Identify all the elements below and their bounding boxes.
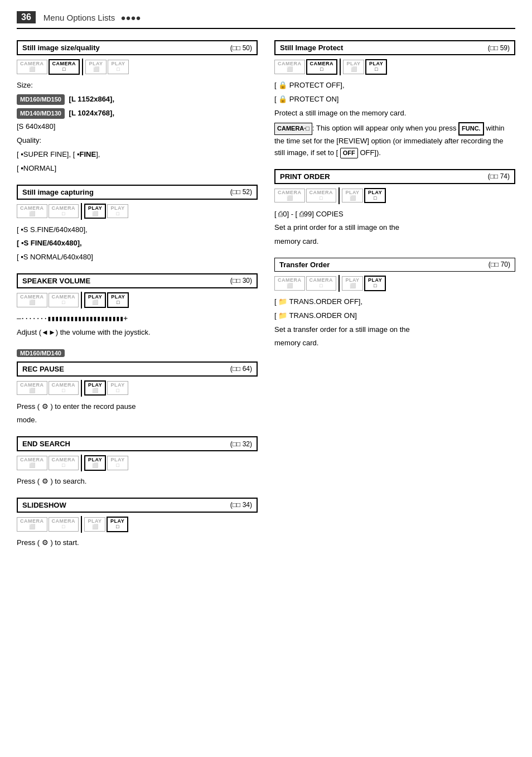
page-header: 36 Menu Options Lists ●●●● [17,11,515,29]
section-end-search: END SEARCH (□□ 32) CAMERA⬜ CAMERA□ PLAY⬜… [17,436,258,488]
right-column: Still Image Protect (□□ 59) CAMERA⬜ CAME… [274,40,515,559]
section-still-image-capturing: Still image capturing (□□ 52) CAMERA⬜ CA… [17,185,258,263]
mode-camera2: CAMERA□ [49,381,79,396]
mode-play2: PLAY□ [364,188,386,204]
mode-separator [338,187,340,204]
section-slideshow: SLIDESHOW (□□ 34) CAMERA⬜ CAMERA□ PLAY⬜ … [17,498,258,549]
section-title-transfer-order: Transfer Order (□□ 70) [274,258,515,272]
mode-play2: PLAY□ [365,59,387,75]
section-body: –·······▮▮▮▮▮▮▮▮▮▮▮▮▮▮▮▮▮▮▮▮+ Adjust (◄►… [17,313,258,339]
section-body: Press ( ⚙ ) to enter the record pause mo… [17,401,258,427]
mode-camera1: CAMERA⬜ [17,60,47,74]
section-speaker-volume: SPEAKER VOLUME (□□ 30) CAMERA⬜ CAMERA□ P… [17,273,258,339]
mode-play1: PLAY⬜ [84,292,106,308]
mode-play2: PLAY□ [107,517,128,532]
page-number: 36 [17,11,36,23]
section-body: [ 📁 TRANS.ORDER OFF], [ 📁 TRANS.ORDER ON… [274,296,515,349]
mode-camera2: CAMERA□ [49,456,79,470]
mode-camera2: CAMERA□ [306,276,337,291]
text-superfine: [ ▪SUPER FINE], [ ▪FINE], [17,149,258,161]
mode-camera2: CAMERA□ [49,517,79,532]
page-title: Menu Options Lists ●●●● [43,13,141,22]
section-body: Press ( ⚙ ) to start. [17,537,258,549]
text-rec-pause: Press ( ⚙ ) to enter the record pause [17,401,258,413]
section-label: END SEARCH [22,440,70,448]
section-ref: (□□ 70) [489,261,510,268]
mode-camera1: CAMERA⬜ [274,276,305,291]
model-badge-section: MD160/MD140 [17,349,258,359]
volume-bar: –·······▮▮▮▮▮▮▮▮▮▮▮▮▮▮▮▮▮▮▮▮+ [17,313,258,325]
text-normal: [ ▪NORMAL] [17,163,258,175]
mode-icons: CAMERA⬜ CAMERA□ PLAY⬜ PLAY□ [274,59,515,75]
section-title-still-image-size-quality: Still image size/quality (□□ 50) [17,40,258,55]
text-camera-note: CAMERA·□: This option will appear only w… [274,122,515,158]
section-body: Size: MD160/MD150 [L 1152x864], MD140/MD… [17,80,258,175]
badge-md140: MD140/MD130 [17,108,65,119]
mode-camera2: CAMERA□ [49,204,79,219]
mode-camera1: CAMERA⬜ [17,517,47,532]
section-title-capturing: Still image capturing (□□ 52) [17,185,258,200]
section-ref: (□□ 74) [488,172,510,180]
section-ref: (□□ 64) [230,365,252,373]
badge-md160: MD160/MD150 [17,94,65,105]
section-label: SPEAKER VOLUME [22,277,90,285]
text-rec-pause2: mode. [17,414,258,426]
text-protect-desc: Protect a still image on the memory card… [274,108,515,119]
mode-separator [81,516,82,533]
mode-icons: CAMERA⬜ CAMERA□ PLAY⬜ PLAY□ [17,292,258,308]
text-md140: MD140/MD130 [L 1024x768], [17,108,258,119]
section-label: PRINT ORDER [280,172,330,181]
left-column: Still image size/quality (□□ 50) CAMERA⬜… [17,40,258,559]
section-print-order: PRINT ORDER (□□ 74) CAMERA⬜ CAMERA□ PLAY… [274,169,515,248]
section-title-end-search: END SEARCH (□□ 32) [17,436,258,451]
mode-icons: CAMERA⬜ CAMERA□ PLAY⬜ PLAY□ [17,516,258,533]
mode-separator [338,275,340,292]
mode-camera2: CAMERA□ [49,59,80,75]
text-size: Size: [17,80,258,91]
mode-play2: PLAY□ [107,204,128,219]
text-quality: Quality: [17,135,258,147]
text-trans-on: [ 📁 TRANS.ORDER ON] [274,310,515,322]
section-title-still-image-protect: Still Image Protect (□□ 59) [274,40,515,55]
section-label: Still image size/quality [22,44,100,52]
page: 36 Menu Options Lists ●●●● Still image s… [0,0,532,570]
text-trans-desc2: memory card. [274,337,515,349]
text-fine: [ ▪S FINE/640x480], [17,238,258,249]
mode-separator [81,455,82,471]
main-content: Still image size/quality (□□ 50) CAMERA⬜… [17,40,515,559]
dots: ●●●● [120,13,141,22]
mode-play1: PLAY⬜ [84,517,105,532]
section-title-speaker-volume: SPEAKER VOLUME (□□ 30) [17,273,258,288]
text-normal: [ ▪S NORMAL/640x480] [17,252,258,263]
mode-camera1: CAMERA⬜ [17,381,47,396]
mode-camera2: CAMERA□ [306,59,338,75]
mode-play1: PLAY⬜ [84,380,106,396]
mode-camera2: CAMERA□ [49,293,79,307]
section-still-image-protect: Still Image Protect (□□ 59) CAMERA⬜ CAME… [274,40,515,159]
mode-camera1: CAMERA⬜ [17,456,47,470]
mode-icons: CAMERA⬜ CAMERA□ PLAY⬜ PLAY□ [274,275,515,292]
text-trans-desc1: Set a transfer order for a still image o… [274,324,515,336]
mode-camera1: CAMERA⬜ [17,293,47,307]
section-body: [ ▪S S.FINE/640x480], [ ▪S FINE/640x480]… [17,224,258,263]
mode-separator [81,380,82,397]
mode-separator [340,59,341,75]
mode-camera2: CAMERA□ [306,189,337,203]
section-title-slideshow: SLIDESHOW (□□ 34) [17,498,258,513]
section-rec-pause: REC PAUSE (□□ 64) CAMERA⬜ CAMERA□ PLAY⬜ … [17,361,258,427]
mode-camera1: CAMERA⬜ [274,60,305,74]
section-title-print-order: PRINT ORDER (□□ 74) [274,169,515,184]
section-label: Transfer Order [279,261,330,269]
section-body: [ ⎙0] - [ ⎙99] COPIES Set a print order … [274,209,515,248]
mode-play1: PLAY⬜ [85,60,107,74]
text-print-copies: [ ⎙0] - [ ⎙99] COPIES [274,209,515,220]
mode-icons: CAMERA⬜ CAMERA□ PLAY⬜ PLAY□ [17,59,258,75]
mode-play1: PLAY⬜ [84,455,106,471]
mode-play1: PLAY⬜ [342,276,363,291]
section-body: Press ( ⚙ ) to search. [17,476,258,488]
mode-separator [82,59,83,75]
text-search: Press ( ⚙ ) to search. [17,476,258,488]
text-print-desc1: Set a print order for a still image on t… [274,222,515,234]
section-title-rec-pause: REC PAUSE (□□ 64) [17,361,258,377]
mode-play2: PLAY□ [107,381,128,396]
